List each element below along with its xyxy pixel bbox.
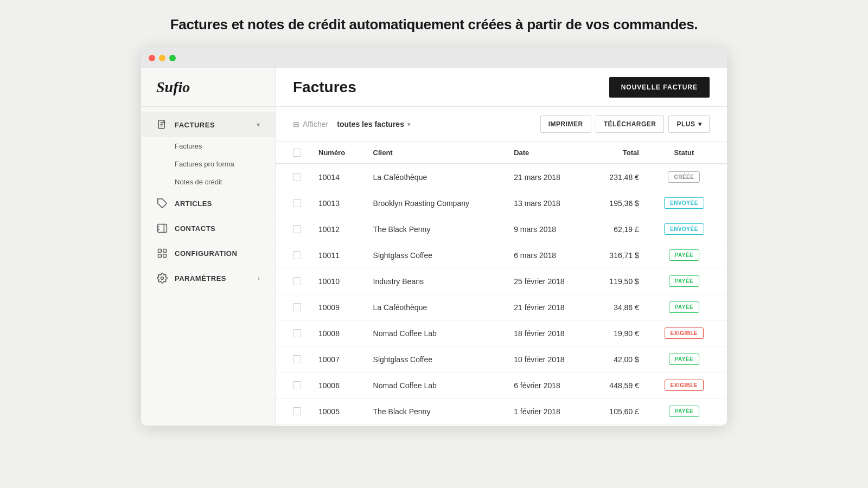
svg-point-7 xyxy=(161,277,164,280)
row-checkbox-cell xyxy=(276,346,310,373)
row-client: The Black Penny xyxy=(365,399,506,425)
sidebar-item-contacts-label: CONTACTS xyxy=(175,224,215,233)
filter-icon: ⊟ xyxy=(293,120,299,129)
row-checkbox[interactable] xyxy=(293,173,301,181)
row-client: La Caféothèque xyxy=(365,164,506,190)
close-dot[interactable] xyxy=(149,55,155,61)
col-date: Date xyxy=(505,142,589,164)
plus-button[interactable]: PLUS ▾ xyxy=(668,115,710,133)
row-client: Nomad Coffee Lab xyxy=(365,373,506,399)
page-headline: Factures et notes de crédit automatiquem… xyxy=(170,16,698,33)
gear-icon xyxy=(156,272,168,284)
col-client: Client xyxy=(365,142,506,164)
row-checkbox-cell xyxy=(276,268,310,294)
row-client: Industry Beans xyxy=(365,268,506,294)
status-badge: EXIGIBLE xyxy=(665,328,704,339)
table-row: 10008 Nomad Coffee Lab 18 février 2018 1… xyxy=(276,320,727,346)
row-checkbox[interactable] xyxy=(293,329,301,337)
sidebar-sub-proforma[interactable]: Factures pro forma xyxy=(141,155,275,173)
table-row: 10006 Nomad Coffee Lab 6 février 2018 44… xyxy=(276,373,727,399)
table-row: 10011 Sightglass Coffee 6 mars 2018 316,… xyxy=(276,242,727,268)
row-date: 1 février 2018 xyxy=(505,399,589,425)
filter-area[interactable]: ⊟ Afficher toutes les factures ▾ xyxy=(293,120,536,129)
browser-window: Sufio FACTURES ▾ xyxy=(141,48,727,426)
svg-rect-5 xyxy=(158,254,162,258)
chevron-down-icon: ▾ xyxy=(257,121,260,129)
table-row: 10010 Industry Beans 25 février 2018 119… xyxy=(276,268,727,294)
row-date: 13 mars 2018 xyxy=(505,190,589,216)
select-all-checkbox[interactable] xyxy=(293,149,301,157)
row-numero: 10010 xyxy=(310,268,365,294)
row-checkbox[interactable] xyxy=(293,277,301,285)
row-numero: 10014 xyxy=(310,164,365,190)
row-checkbox[interactable] xyxy=(293,225,301,233)
row-statut: CRÉÉE xyxy=(648,164,727,190)
row-client: Sightglass Coffee xyxy=(365,242,506,268)
row-checkbox[interactable] xyxy=(293,303,301,311)
main-content: Factures NOUVELLE FACTURE ⊟ Afficher tou… xyxy=(276,68,727,426)
row-total: 119,50 $ xyxy=(590,268,648,294)
contacts-icon xyxy=(156,222,168,234)
status-badge: PAYÉE xyxy=(669,301,700,313)
sidebar-item-parametres[interactable]: PARAMÈTRES › xyxy=(141,266,275,291)
svg-rect-4 xyxy=(163,249,167,253)
row-numero: 10009 xyxy=(310,294,365,320)
sidebar-item-factures[interactable]: FACTURES ▾ xyxy=(141,112,275,137)
telecharger-button[interactable]: TÉLÉCHARGER xyxy=(596,115,665,133)
toolbar: ⊟ Afficher toutes les factures ▾ IMPRIME… xyxy=(276,107,727,142)
row-checkbox[interactable] xyxy=(293,199,301,207)
sidebar-item-contacts[interactable]: CONTACTS xyxy=(141,216,275,241)
row-client: Sightglass Coffee xyxy=(365,346,506,373)
invoices-table-area: Numéro Client Date Total Statut 10014 La… xyxy=(276,142,727,426)
sidebar-item-configuration[interactable]: CONFIGURATION xyxy=(141,241,275,266)
row-statut: PAYÉE xyxy=(648,242,727,268)
table-row: 10009 La Caféothèque 21 février 2018 34,… xyxy=(276,294,727,320)
row-statut: PAYÉE xyxy=(648,294,727,320)
row-statut: PAYÉE xyxy=(648,399,727,425)
svg-rect-3 xyxy=(158,249,162,253)
imprimer-button[interactable]: IMPRIMER xyxy=(540,115,591,133)
status-badge: PAYÉE xyxy=(669,275,700,287)
row-checkbox-cell xyxy=(276,164,310,190)
row-numero: 10012 xyxy=(310,216,365,242)
maximize-dot[interactable] xyxy=(169,55,176,61)
svg-rect-6 xyxy=(163,254,167,258)
document-icon xyxy=(156,119,168,131)
browser-body: Sufio FACTURES ▾ xyxy=(141,68,727,426)
row-client: Nomad Coffee Lab xyxy=(365,320,506,346)
row-total: 231,48 € xyxy=(590,164,648,190)
row-statut: EXIGIBLE xyxy=(648,373,727,399)
status-badge: CRÉÉE xyxy=(668,171,700,183)
row-checkbox[interactable] xyxy=(293,381,301,389)
logo: Sufio xyxy=(156,79,190,96)
row-total: 42,00 $ xyxy=(590,346,648,373)
minimize-dot[interactable] xyxy=(159,55,165,61)
chevron-right-icon: › xyxy=(258,274,260,282)
row-checkbox[interactable] xyxy=(293,355,301,363)
settings-icon xyxy=(156,247,168,259)
sidebar-sub-factures[interactable]: Factures xyxy=(141,137,275,155)
col-numero: Numéro xyxy=(310,142,365,164)
sidebar: Sufio FACTURES ▾ xyxy=(141,68,276,426)
invoices-table: Numéro Client Date Total Statut 10014 La… xyxy=(276,142,727,425)
row-statut: PAYÉE xyxy=(648,346,727,373)
row-client: Brooklyn Roasting Company xyxy=(365,190,506,216)
row-checkbox-cell xyxy=(276,320,310,346)
filter-chevron-icon: ▾ xyxy=(407,121,411,128)
row-checkbox[interactable] xyxy=(293,407,301,415)
row-checkbox[interactable] xyxy=(293,251,301,259)
col-total: Total xyxy=(590,142,648,164)
row-total: 316,71 $ xyxy=(590,242,648,268)
sidebar-sub-credit[interactable]: Notes de crédit xyxy=(141,173,275,191)
sidebar-item-configuration-label: CONFIGURATION xyxy=(175,249,237,258)
row-total: 62,19 £ xyxy=(590,216,648,242)
row-date: 25 février 2018 xyxy=(505,268,589,294)
row-checkbox-cell xyxy=(276,373,310,399)
row-statut: EXIGIBLE xyxy=(648,320,727,346)
sidebar-item-articles[interactable]: ARTICLES xyxy=(141,191,275,216)
nouvelle-facture-button[interactable]: NOUVELLE FACTURE xyxy=(609,77,710,98)
status-badge: ENVOYÉE xyxy=(664,197,704,209)
svg-rect-2 xyxy=(158,224,167,233)
row-statut: ENVOYÉE xyxy=(648,216,727,242)
browser-titlebar xyxy=(141,48,727,68)
